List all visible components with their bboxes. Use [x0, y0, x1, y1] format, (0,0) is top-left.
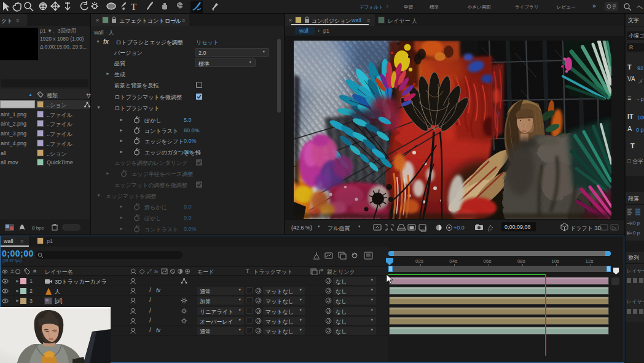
svg-text:fx: fx [154, 269, 159, 274]
svg-text:T: T [131, 2, 136, 12]
svg-text:ヘ: ヘ [637, 4, 643, 10]
svg-text:8 bpc: 8 bpc [32, 225, 44, 231]
